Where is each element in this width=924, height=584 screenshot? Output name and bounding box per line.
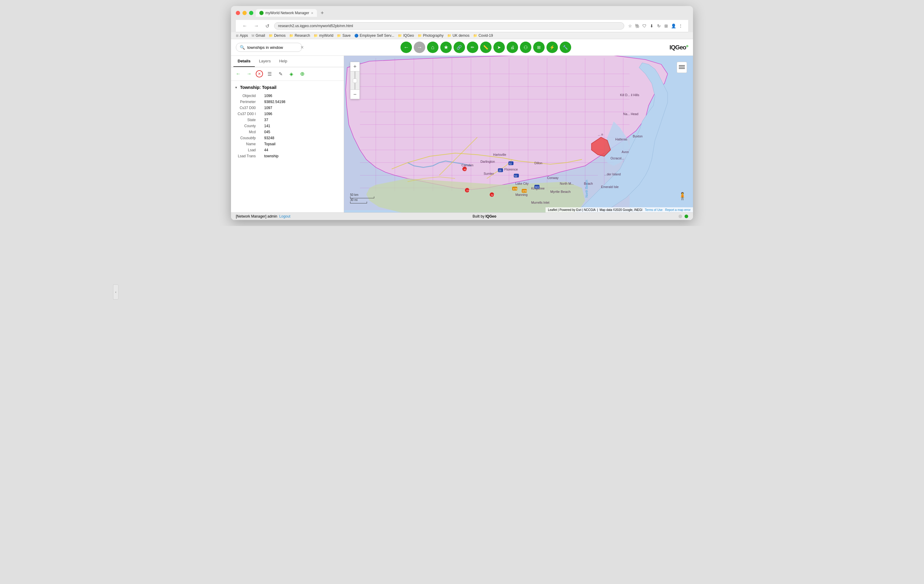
sidebar-zoom-icon[interactable]: ⊕ [298, 70, 306, 78]
sidebar-edit-icon[interactable]: ✎ [276, 70, 285, 78]
sidebar-list-icon[interactable]: ☰ [266, 70, 274, 78]
bookmark-photography[interactable]: 📁 Photography [417, 33, 444, 38]
layer-toggle-button[interactable] [677, 62, 687, 73]
map-data-label: Map data ©2020 Google, INEGI [599, 208, 642, 212]
main-content: Details Layers Help ← → ✕ ☰ ✎ ◈ ⊕ [231, 56, 693, 212]
forward-nav-button[interactable]: → [252, 23, 261, 29]
share-tool-button[interactable]: ⚇ [520, 41, 531, 53]
svg-text:Buxton: Buxton [633, 134, 643, 138]
bookmark-research[interactable]: 📁 Research [289, 33, 310, 38]
svg-text:521: 521 [491, 194, 495, 196]
table-row: Objectid1096 [231, 93, 344, 99]
url-input[interactable] [274, 22, 624, 30]
tab-title: myWorld Network Manager [266, 11, 309, 15]
minimize-button[interactable] [243, 11, 247, 15]
bookmark-research-label: Research [295, 33, 310, 38]
maximize-button[interactable] [249, 11, 253, 15]
menu-icon[interactable]: ⋮ [678, 23, 683, 29]
property-key: County [231, 123, 258, 129]
bookmark-uk-demos[interactable]: 📁 UK demos [447, 33, 470, 38]
svg-rect-76 [679, 68, 685, 69]
table-row: Perimeter93892.54198 [231, 99, 344, 105]
apps-icon[interactable]: ⊞ [663, 23, 669, 29]
connect-tool-button[interactable]: ⚡ [546, 41, 558, 53]
tab-details[interactable]: Details [233, 56, 255, 67]
bookmark-iqgeo[interactable]: 📁 IQGeo [398, 33, 414, 38]
bookmark-demos[interactable]: 📁 Demos [269, 33, 285, 38]
map-area[interactable]: Florence Darlington Hartsville Camden Su… [344, 56, 693, 212]
bookmark-iqgeo-label: IQGeo [403, 33, 414, 38]
close-tab-icon[interactable]: ✕ [311, 12, 314, 15]
layers-tool-button[interactable]: ⊞ [533, 41, 544, 53]
zoom-out-button[interactable]: − [350, 90, 360, 99]
bookmark-save[interactable]: 📁 Save [337, 33, 350, 38]
search-input[interactable] [247, 45, 298, 50]
property-key: Lsad [231, 147, 258, 153]
navigate-tool-button[interactable]: ➤ [493, 41, 505, 53]
measure-tool-button[interactable]: 📏 [480, 41, 492, 53]
close-button[interactable] [236, 11, 240, 15]
map-attribution: Leaflet | Powered by Esri | NCCGIA | Map… [546, 207, 693, 212]
home-tool-button[interactable]: ⌂ [427, 41, 439, 53]
refresh-button[interactable]: ↺ [264, 23, 271, 30]
back-nav-button[interactable]: ← [241, 23, 249, 29]
print-tool-button[interactable]: 🖨 [507, 41, 518, 53]
shield-icon[interactable]: 🛡 [642, 23, 647, 29]
sidebar-pin-icon[interactable]: ◈ [287, 70, 295, 78]
logout-link[interactable]: Logout [279, 214, 290, 219]
svg-text:52: 52 [515, 174, 518, 178]
back-tool-button[interactable]: ← [401, 41, 412, 53]
table-row: State37 [231, 117, 344, 123]
download-icon[interactable]: ⬇ [649, 23, 654, 29]
report-error-link[interactable]: Report a map error [665, 208, 691, 212]
tab-help[interactable]: Help [275, 56, 292, 67]
folder-icon-7: 📁 [447, 34, 451, 38]
gmail-icon: M [251, 34, 254, 37]
bookmark-gmail[interactable]: M Gmail [251, 33, 265, 38]
bookmark-photography-label: Photography [423, 33, 444, 38]
star-tool-button[interactable]: ★ [440, 41, 452, 53]
sidebar-back-icon[interactable]: ← [234, 70, 243, 78]
bookmark-employee[interactable]: 🔵 Employee Self Serv... [354, 33, 394, 38]
bookmark-covid-label: Covid-19 [478, 33, 493, 38]
active-tab[interactable]: myWorld Network Manager ✕ [256, 9, 317, 17]
bookmark-gmail-label: Gmail [256, 33, 265, 38]
bookmark-covid[interactable]: 📁 Covid-19 [473, 33, 493, 38]
leaflet-link[interactable]: Leaflet | Powered by Esri | NCCGIA [548, 208, 595, 212]
sidebar-cancel-icon[interactable]: ✕ [256, 70, 263, 77]
tab-layers[interactable]: Layers [255, 56, 275, 67]
zoom-in-button[interactable]: + [350, 62, 360, 71]
search-box: 🔍 ✕ [236, 43, 302, 52]
iqgeo-built-label: IQGeo [485, 214, 497, 219]
svg-text:Hatteras: Hatteras [615, 137, 627, 141]
bookmark-apps-label: Apps [240, 33, 248, 38]
terms-link[interactable]: Terms of Use [645, 208, 663, 212]
property-key: Mcd [231, 129, 258, 135]
status-dot-gray [678, 215, 682, 218]
settings-tool-button[interactable]: 🔧 [560, 41, 571, 53]
bookmark-myworld[interactable]: 📁 myWorld [314, 33, 333, 38]
township-header[interactable]: ▼ Township: Topsail [231, 83, 344, 92]
new-tab-button[interactable]: + [319, 10, 325, 16]
search-clear-icon[interactable]: ✕ [300, 45, 304, 50]
star-icon[interactable]: ☆ [627, 23, 633, 29]
address-bar: ← → ↺ ☆ 🐘 🛡 ⬇ ↻ ⊞ 👤 ⋮ [236, 20, 688, 32]
forward-tool-button[interactable]: → [414, 41, 425, 53]
street-view-icon[interactable]: 🧍 [678, 192, 687, 201]
apps-grid-icon: ⊞ [236, 34, 239, 38]
sidebar-forward-icon[interactable]: → [245, 70, 253, 78]
cloud-icon: 🔵 [354, 34, 358, 38]
property-key: State [231, 117, 258, 123]
extension-icon[interactable]: 🐘 [635, 23, 640, 29]
svg-text:Emerald Isle: Emerald Isle [601, 185, 619, 189]
svg-rect-74 [679, 65, 685, 66]
account-icon[interactable]: 👤 [671, 23, 676, 29]
svg-text:Florence: Florence [504, 168, 518, 171]
svg-text:52: 52 [509, 162, 512, 165]
link-tool-button[interactable]: 🔗 [454, 41, 465, 53]
bookmark-apps[interactable]: ⊞ Apps [236, 33, 248, 38]
svg-text:Myrtle Beach: Myrtle Beach [550, 190, 571, 194]
property-key: Name [231, 141, 258, 147]
sync-icon[interactable]: ↻ [656, 23, 662, 29]
edit-tool-button[interactable]: ✏ [467, 41, 478, 53]
